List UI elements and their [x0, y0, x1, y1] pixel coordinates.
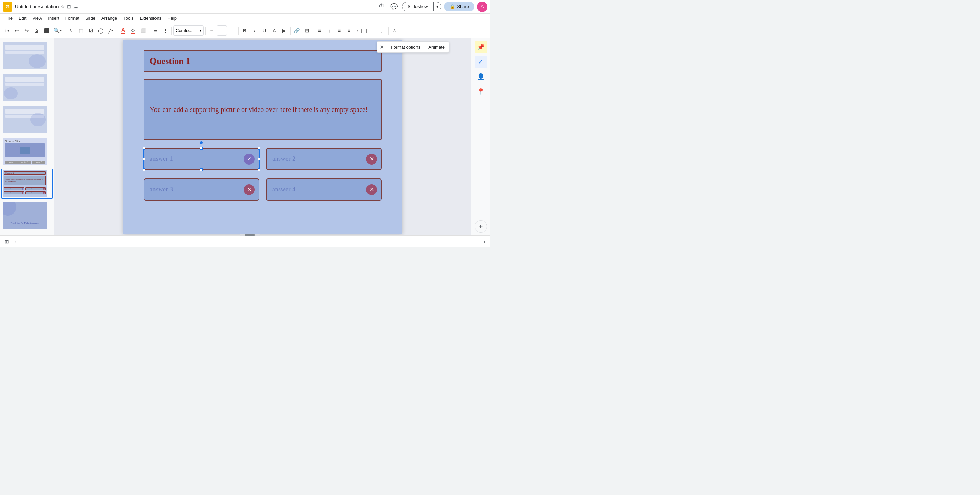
handle-bm[interactable] [200, 168, 203, 171]
handle-tr[interactable] [258, 147, 260, 149]
menu-help[interactable]: Help [165, 14, 179, 22]
menu-format[interactable]: Format [63, 14, 82, 22]
answer-box-2[interactable]: answer 2 ✕ [266, 148, 382, 170]
collapse-right-button[interactable]: › [482, 238, 487, 246]
slideshow-main-button[interactable]: Slideshow [402, 2, 434, 11]
format-options-close-button[interactable]: ✕ [377, 42, 387, 52]
text-align-button[interactable]: ≡ [151, 25, 160, 36]
slide-inner-4 [3, 106, 47, 133]
slide-thumbnail-5[interactable]: 5 Pictures Slide caption 1 caption 2 cap… [2, 136, 53, 167]
slide-inner-7: Thank You For Following Along! [3, 202, 47, 229]
answer-icon-2: ✕ [366, 154, 377, 165]
line-spacing-button[interactable]: ↕ [325, 25, 334, 36]
top-bar: G Untitled presentation ☆ ⊡ ☁ ⏱ 💬 Slides… [0, 0, 490, 14]
font-size-decrease[interactable]: − [207, 25, 216, 36]
zoom-button[interactable]: 🔍▾ [52, 25, 63, 36]
insert-comment-button[interactable]: ⊞ [302, 25, 312, 36]
tasks-button[interactable]: ✓ [475, 56, 487, 68]
user-avatar[interactable]: A [477, 2, 487, 12]
fill-color-button[interactable]: ◇ [128, 25, 138, 36]
answer-icon-1: ✓ [243, 154, 255, 165]
menu-view[interactable]: View [30, 14, 45, 22]
border-color-button[interactable]: ⬜ [138, 25, 148, 36]
font-family-selector[interactable]: Comfo... ▾ [173, 25, 204, 36]
underline-button[interactable]: U [259, 25, 269, 36]
align-left-button[interactable]: ≡ [315, 25, 324, 36]
collapse-panel-button[interactable]: ‹ [12, 238, 18, 246]
slide-inner-3 [3, 74, 47, 101]
redo-button[interactable]: ↪ [22, 25, 31, 36]
document-title[interactable]: Untitled presentation [15, 4, 59, 10]
slide-thumbnail-7[interactable]: 7 Thank You For Following Along! [2, 201, 53, 230]
star-icon[interactable]: ☆ [60, 4, 65, 10]
comment-button[interactable]: 💬 [389, 2, 399, 12]
bold-button[interactable]: B [240, 25, 250, 36]
content-box[interactable]: You can add a supporting picture or vide… [143, 79, 382, 140]
font-size-box[interactable] [217, 25, 227, 36]
slideshow-dropdown-button[interactable]: ▾ [434, 3, 441, 11]
share-button[interactable]: 🔒 Share [444, 2, 474, 11]
highlight-button[interactable]: ▶ [279, 25, 289, 36]
grid-view-button[interactable]: ⊞ [3, 238, 11, 246]
slide-canvas[interactable]: Question 1 You can add a supporting pict… [123, 40, 402, 233]
slide-thumbnail-2[interactable]: 2 [2, 41, 53, 71]
handle-br[interactable] [258, 168, 260, 171]
text-color-button[interactable]: A [118, 25, 128, 36]
keep-button[interactable]: 📌 [475, 41, 487, 53]
slide-thumbnail-4[interactable]: 4 [2, 105, 53, 135]
format-options-bar: ✕ Format options Animate [377, 41, 449, 53]
collapse-toolbar-button[interactable]: ∧ [390, 25, 399, 36]
answer-box-1[interactable]: answer 1 ✓ [143, 148, 259, 170]
scroll-thumb[interactable] [245, 234, 255, 236]
format-paint-button[interactable]: ⬛ [41, 25, 51, 36]
cursor-tool[interactable]: ↖ [66, 25, 76, 36]
menu-slide[interactable]: Slide [83, 14, 98, 22]
add-button[interactable]: +▾ [2, 25, 11, 36]
indent-more-button[interactable]: |→ [364, 25, 374, 36]
menu-arrange[interactable]: Arrange [99, 14, 120, 22]
select-tool[interactable]: ⬚ [76, 25, 86, 36]
handle-bl[interactable] [143, 168, 145, 171]
answer-box-3[interactable]: answer 3 ✕ [143, 178, 259, 201]
print-button[interactable]: 🖨 [32, 25, 41, 36]
divider-8 [313, 27, 313, 35]
menu-insert[interactable]: Insert [45, 14, 62, 22]
answer-icon-4: ✕ [366, 184, 377, 195]
menu-file[interactable]: File [3, 14, 15, 22]
font-color-button[interactable]: A [269, 25, 279, 36]
add-panel-button[interactable]: + [475, 220, 487, 233]
answer-box-4[interactable]: answer 4 ✕ [266, 178, 382, 201]
handle-tl[interactable] [143, 147, 145, 149]
menu-tools[interactable]: Tools [121, 14, 136, 22]
history-button[interactable]: ⏱ [377, 2, 386, 11]
italic-button[interactable]: I [250, 25, 259, 36]
people-button[interactable]: 👤 [475, 71, 487, 83]
animate-button[interactable]: Animate [424, 43, 449, 52]
maps-button[interactable]: 📍 [475, 86, 487, 98]
shape-tool[interactable]: ◯ [96, 25, 105, 36]
handle-tm[interactable] [200, 147, 203, 149]
share-lock-icon: 🔒 [450, 4, 455, 9]
line-tool[interactable]: ╱▾ [106, 25, 115, 36]
canvas-area[interactable]: ✕ Format options Animate Question 1 You … [54, 38, 471, 235]
font-size-increase[interactable]: + [227, 25, 237, 36]
undo-button[interactable]: ↩ [12, 25, 21, 36]
divider-7 [290, 27, 291, 35]
more-options-button[interactable]: ⋮ [377, 25, 387, 36]
numbered-list-button[interactable]: ≡ [344, 25, 354, 36]
link-button[interactable]: 🔗 [292, 25, 302, 36]
format-options-button[interactable]: Format options [387, 43, 425, 52]
menu-edit[interactable]: Edit [16, 14, 29, 22]
answer-row-2: answer 3 ✕ answer 4 ✕ [143, 178, 382, 201]
slide-thumbnail-6[interactable]: 6 Question 1 You can add a supporting pi… [2, 169, 53, 198]
indent-less-button[interactable]: ←| [354, 25, 364, 36]
image-tool[interactable]: 🖼 [86, 25, 95, 36]
question-box[interactable]: Question 1 [143, 50, 382, 72]
menu-extensions[interactable]: Extensions [137, 14, 164, 22]
paragraph-button[interactable]: ⋮ [161, 25, 170, 36]
drive-icon[interactable]: ⊡ [67, 4, 71, 10]
slide-thumbnail-3[interactable]: 3 [2, 73, 53, 103]
handle-mr[interactable] [258, 158, 260, 160]
bullet-list-button[interactable]: ≡ [334, 25, 344, 36]
handle-ml[interactable] [143, 158, 145, 160]
